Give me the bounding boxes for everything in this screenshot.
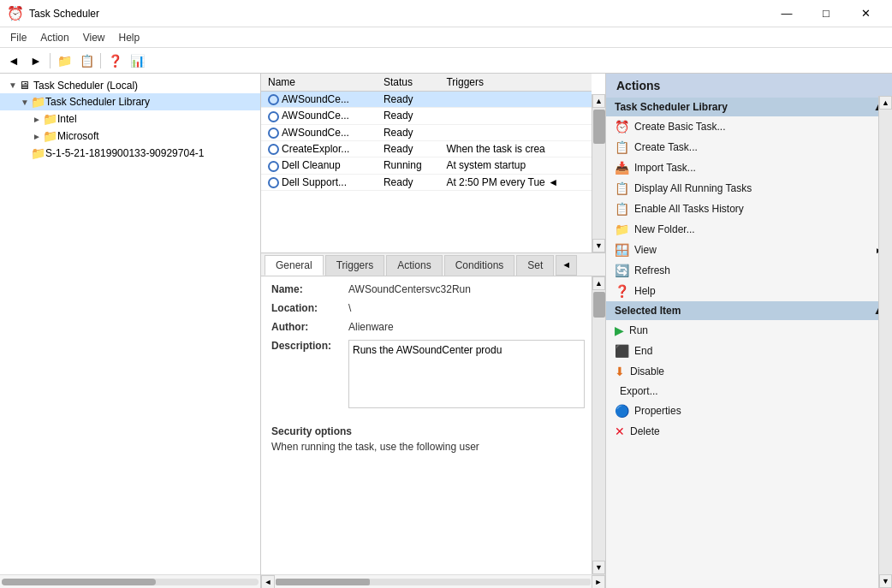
action-end[interactable]: ⬛ End (606, 341, 892, 361)
detail-scroll-up-btn[interactable]: ▲ (592, 276, 605, 290)
action-import-task[interactable]: 📥 Import Task... (606, 157, 892, 178)
center-h-scrollbar[interactable]: ◄ ► (261, 574, 605, 588)
tree-root[interactable]: ▼ 🖥 Task Scheduler (Local) (0, 77, 260, 93)
detail-v-scrollbar[interactable]: ▲ ▼ (592, 276, 605, 574)
refresh-label: Refresh (634, 264, 670, 276)
action-create-task[interactable]: 📋 Create Task... (606, 137, 892, 157)
title-bar-left: ⏰ Task Scheduler (7, 5, 99, 21)
action-create-basic[interactable]: ⏰ Create Basic Task... (606, 116, 892, 137)
table-row[interactable]: AWSoundCe... Ready (261, 92, 592, 108)
tree-arrow-intel: ► (31, 115, 43, 124)
section-selected-label: Selected Item (615, 305, 681, 317)
actions-header: Actions (606, 74, 892, 98)
table-row[interactable]: Dell Support... Ready At 2:50 PM every T… (261, 174, 592, 190)
action-display-running[interactable]: 📋 Display All Running Tasks (606, 178, 892, 199)
description-label: Description: (271, 340, 348, 352)
table-row[interactable]: AWSoundCe... Ready (261, 124, 592, 140)
create-task-label: Create Task... (634, 141, 698, 153)
action-delete[interactable]: ✕ Delete (606, 421, 892, 442)
h-scroll-right-btn[interactable]: ► (592, 575, 605, 589)
create-basic-icon: ⏰ (615, 120, 629, 134)
close-button[interactable]: ✕ (846, 0, 885, 27)
action-view[interactable]: 🪟 View ► (606, 240, 892, 260)
action-run[interactable]: ▶ Run (606, 320, 892, 341)
tab-settings[interactable]: Set (516, 255, 554, 276)
toolbar-sep2 (100, 53, 101, 68)
tree-h-scrollbar[interactable] (0, 574, 260, 588)
main-layout: ▼ 🖥 Task Scheduler (Local) ▼ 📁 Task Sche… (0, 74, 892, 588)
task-v-scrollbar[interactable]: ▲ ▼ (592, 94, 605, 252)
task-scroll-track (592, 108, 605, 239)
task-scroll-down-btn[interactable]: ▼ (592, 239, 605, 252)
help-icon: ❓ (615, 284, 629, 298)
h-scroll-left-btn[interactable]: ◄ (261, 575, 275, 589)
toolbar-folder[interactable]: 📁 (54, 51, 74, 70)
action-help[interactable]: ❓ Help (606, 281, 892, 301)
task-trigger-6: At 2:50 PM every Tue ◄ (439, 174, 592, 190)
col-status[interactable]: Status (377, 74, 440, 92)
tree-panel: ▼ 🖥 Task Scheduler (Local) ▼ 📁 Task Sche… (0, 74, 261, 588)
menu-action[interactable]: Action (33, 30, 75, 45)
folder-icon-sid: 📁 (31, 146, 45, 160)
task-trigger-4: When the task is crea (439, 140, 592, 157)
tab-general[interactable]: General (265, 255, 324, 276)
spacer (271, 415, 585, 425)
tree-item-intel[interactable]: ► 📁 Intel (0, 110, 260, 128)
table-row[interactable]: AWSoundCe... Ready (261, 108, 592, 124)
tab-actions[interactable]: Actions (386, 255, 442, 276)
action-properties[interactable]: 🔵 Properties (606, 401, 892, 421)
detail-author-row: Author: Alienware (271, 321, 585, 333)
section-selected-header: Selected Item ▲ (606, 301, 892, 320)
table-row[interactable]: Dell Cleanup Running At system startup (261, 157, 592, 174)
detail-scroll[interactable]: Name: AWSoundCentersvc32Run Location: \ … (261, 276, 605, 574)
detail-scroll-down-btn[interactable]: ▼ (592, 561, 605, 574)
menu-help[interactable]: Help (112, 30, 147, 45)
run-label: Run (629, 324, 648, 336)
action-enable-history[interactable]: 📋 Enable All Tasks History (606, 199, 892, 219)
menu-file[interactable]: File (3, 30, 33, 45)
action-disable[interactable]: ⬇ Disable (606, 361, 892, 382)
minimize-button[interactable]: — (767, 0, 806, 27)
col-name[interactable]: Name (261, 74, 377, 92)
toolbar-chart[interactable]: 📊 (127, 51, 147, 70)
toolbar-help[interactable]: ❓ (104, 51, 125, 70)
h-scroll-center-track (276, 579, 591, 585)
properties-label: Properties (634, 405, 681, 417)
task-name-1: AWSoundCe... (261, 92, 377, 108)
name-label: Name: (271, 283, 348, 295)
h-scroll-thumb (2, 579, 156, 585)
task-status-4: Ready (377, 140, 440, 157)
tab-conditions[interactable]: Conditions (444, 255, 515, 276)
task-table-scroll[interactable]: Name Status Triggers AWSoundCe... Ready … (261, 74, 605, 252)
task-name-4: CreateExplor... (261, 140, 377, 157)
action-export[interactable]: Export... (606, 382, 892, 401)
task-scroll-thumb (593, 110, 605, 144)
desc-text: Runs the AWSoundCenter produ (353, 344, 502, 356)
location-label: Location: (271, 302, 348, 314)
actions-scroll-down-btn[interactable]: ▼ (879, 574, 892, 588)
help-label: Help (634, 285, 656, 297)
action-new-folder[interactable]: 📁 New Folder... (606, 219, 892, 240)
tab-more-btn[interactable]: ◄ (556, 255, 577, 276)
action-refresh[interactable]: 🔄 Refresh (606, 260, 892, 281)
table-row[interactable]: CreateExplor... Ready When the task is c… (261, 140, 592, 157)
actions-panel: Actions Task Scheduler Library ▲ ⏰ Creat… (605, 74, 892, 588)
menu-view[interactable]: View (76, 30, 112, 45)
actions-scroll[interactable]: Task Scheduler Library ▲ ⏰ Create Basic … (606, 98, 892, 588)
tree-item-sid[interactable]: 📁 S-1-5-21-1819900133-90929704-1 (0, 145, 260, 162)
toolbar-forward[interactable]: ► (26, 51, 46, 70)
col-triggers[interactable]: Triggers (439, 74, 592, 92)
actions-v-scrollbar[interactable]: ▲ ▼ (878, 96, 892, 588)
detail-scroll-track (592, 290, 605, 561)
tab-triggers[interactable]: Triggers (325, 255, 385, 276)
name-value: AWSoundCentersvc32Run (348, 283, 585, 295)
maximize-button[interactable]: □ (806, 0, 846, 27)
actions-scroll-up-btn[interactable]: ▲ (879, 96, 892, 110)
tree-content: ▼ 🖥 Task Scheduler (Local) ▼ 📁 Task Sche… (0, 74, 260, 574)
tree-item-library[interactable]: ▼ 📁 Task Scheduler Library (0, 93, 260, 110)
tree-item-microsoft[interactable]: ► 📁 Microsoft (0, 128, 260, 145)
new-folder-icon: 📁 (615, 223, 629, 236)
toolbar-show-hide[interactable]: 📋 (76, 51, 97, 70)
task-scroll-up-btn[interactable]: ▲ (592, 94, 605, 108)
toolbar-back[interactable]: ◄ (3, 51, 24, 70)
